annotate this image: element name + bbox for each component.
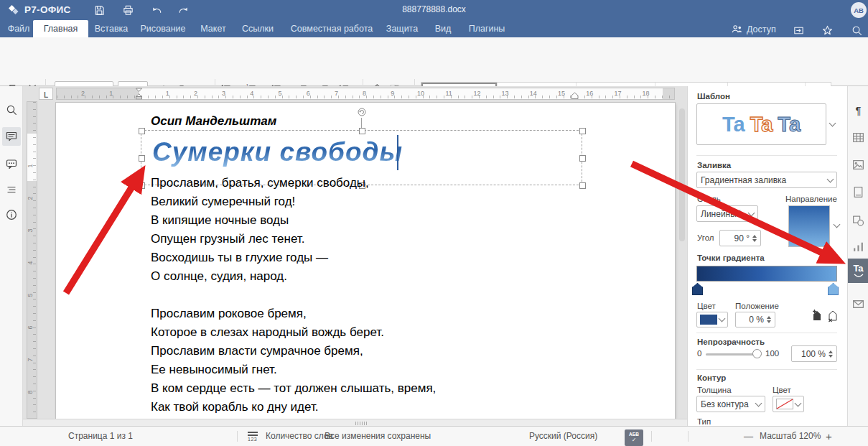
favorites-button[interactable]	[820, 23, 834, 37]
spellcheck-toggle[interactable]: АБВ ✓	[625, 429, 643, 446]
scrollbar-thumb[interactable]	[679, 108, 685, 241]
selection-handle-nw[interactable]	[139, 128, 145, 134]
selection-handle-n[interactable]	[359, 128, 365, 134]
open-file-location-button[interactable]	[791, 23, 806, 37]
text-line[interactable]: В кипящие ночные воды	[151, 211, 369, 230]
fill-type-select[interactable]: Градиентная заливка	[696, 172, 837, 188]
mailmerge-settings-button[interactable]	[848, 293, 868, 315]
outline-size-select[interactable]: Без контура	[696, 396, 765, 412]
remove-gradient-stop-button[interactable]	[827, 309, 839, 323]
textart-settings-panel: Шаблон Ta Ta Ta Заливка Градиентная зали…	[687, 86, 847, 426]
horizontal-ruler[interactable]: 12345678910111213141516171812	[56, 88, 675, 100]
table-settings-button[interactable]	[848, 126, 868, 148]
opacity-spinner[interactable]	[829, 350, 833, 358]
rotation-handle[interactable]	[357, 107, 367, 117]
tab-file[interactable]: Файл	[3, 20, 34, 37]
language-select[interactable]: Русский (Россия)	[529, 427, 597, 446]
find-button[interactable]	[2, 101, 21, 119]
tab-collaboration[interactable]: Совместная работа	[284, 20, 379, 37]
gradient-stop-right[interactable]	[828, 283, 839, 295]
gradient-bar[interactable]	[696, 266, 837, 282]
shape-settings-button[interactable]	[848, 210, 868, 231]
tab-draw[interactable]: Рисование	[134, 20, 192, 37]
document-title: 888778888.docx	[0, 4, 868, 14]
gradient-style-select[interactable]: Линейный	[696, 205, 758, 222]
image-settings-button[interactable]	[848, 154, 868, 175]
position-input[interactable]: 0 %	[735, 312, 775, 327]
selection-handle-sw[interactable]	[139, 182, 145, 189]
user-avatar[interactable]: AB	[851, 2, 867, 18]
tab-protection[interactable]: Защита	[381, 20, 424, 37]
search-button[interactable]	[849, 23, 864, 37]
navigation-button[interactable]	[2, 180, 21, 199]
gradient-direction-preview[interactable]	[788, 205, 830, 247]
gradient-stop-left[interactable]	[692, 283, 703, 295]
opacity-slider-handle[interactable]	[752, 349, 762, 358]
text-line[interactable]: Прославим, братья, сумерки свободы,	[151, 174, 369, 192]
chart-settings-button[interactable]	[848, 236, 868, 257]
right-indent-marker[interactable]	[571, 92, 579, 100]
tab-layout[interactable]: Макет	[192, 20, 234, 37]
vertical-ruler[interactable]: 12345678	[27, 101, 37, 419]
tab-view[interactable]: Вид	[426, 20, 459, 37]
chat-button[interactable]	[2, 154, 21, 173]
people-icon	[731, 23, 743, 35]
outline-label: Контур	[697, 373, 726, 382]
tab-insert[interactable]: Вставка	[88, 20, 134, 37]
angle-input[interactable]: 90 °	[719, 230, 761, 246]
text-line[interactable]: Восходишь ты в глухие годы —	[151, 248, 369, 267]
tab-plugins[interactable]: Плагины	[461, 20, 513, 37]
opacity-slider[interactable]	[706, 353, 757, 356]
selection-handle-w[interactable]	[139, 155, 145, 162]
ruler-ticks	[33, 102, 36, 418]
first-line-indent-marker[interactable]	[135, 88, 143, 100]
page-counter[interactable]: Страница 1 из 1	[68, 427, 133, 446]
zoom-out-button[interactable]: —	[744, 427, 753, 446]
angle-value: 90 °	[734, 233, 750, 243]
menu-tab-bar: Файл Главная Вставка Рисование Макет Ссы…	[0, 20, 868, 37]
scroll-grip[interactable]	[355, 422, 368, 425]
spell-label: АБВ	[629, 432, 639, 437]
text-line[interactable]: В ком сердце есть — тот должен слышать, …	[151, 379, 436, 398]
about-button[interactable]	[2, 205, 21, 224]
tab-references[interactable]: Ссылки	[235, 20, 280, 37]
tab-home[interactable]: Главная	[33, 20, 88, 37]
template-expand-chevron[interactable]	[829, 120, 836, 127]
word-count-icon[interactable]: 123	[248, 430, 261, 443]
stanza-2[interactable]: Прославим роковое бремя, Которое в слеза…	[151, 305, 436, 417]
outline-color-select[interactable]	[773, 396, 804, 412]
ruler-number: 4	[27, 261, 34, 264]
text-line[interactable]: О солнце, судия, народ.	[151, 267, 369, 286]
text-line[interactable]: Которое в слезах народный вождь берет.	[151, 323, 436, 342]
direction-expand-chevron[interactable]	[834, 221, 841, 228]
text-line[interactable]: Прославим власти сумрачное бремя,	[151, 342, 436, 361]
add-gradient-stop-button[interactable]	[811, 309, 823, 323]
selection-handle-se[interactable]	[579, 182, 586, 189]
stop-color-select[interactable]	[696, 312, 728, 327]
ruler-number: 16	[586, 90, 593, 97]
template-gallery[interactable]: Ta Ta Ta	[696, 103, 826, 145]
headerfooter-settings-button[interactable]	[848, 181, 868, 203]
zoom-in-button[interactable]: +	[826, 427, 832, 446]
text-line[interactable]: Ее невыносимый гнет.	[151, 361, 436, 379]
paragraph-settings-button[interactable]: ¶	[848, 99, 868, 121]
text-line[interactable]: Как твой корабль ко дну идет.	[151, 398, 436, 417]
text-line[interactable]: Опущен грузный лес тенет.	[151, 230, 369, 248]
opacity-value: 100 %	[801, 349, 826, 359]
textart-settings-button[interactable]: Ta	[848, 259, 868, 283]
angle-label: Угол	[697, 233, 714, 242]
text-line[interactable]: Прославим роковое бремя,	[151, 305, 436, 323]
angle-spinner[interactable]	[752, 235, 757, 242]
comments-button[interactable]	[2, 127, 21, 146]
opacity-input[interactable]: 100 %	[791, 345, 837, 362]
text-line[interactable]: Великий сумеречный год!	[151, 192, 369, 211]
word-count-label[interactable]: Количество слов	[266, 427, 333, 446]
selection-handle-e[interactable]	[579, 155, 586, 162]
position-spinner[interactable]	[767, 316, 771, 323]
selection-handle-ne[interactable]	[579, 128, 586, 134]
stanza-1[interactable]: Прославим, братья, сумерки свободы, Вели…	[151, 174, 369, 286]
access-button[interactable]: Доступ	[731, 23, 776, 35]
tab-selector-box[interactable]: L	[39, 88, 53, 100]
vertical-scrollbar[interactable]	[678, 103, 686, 417]
author-line[interactable]: Осип Мандельштам	[151, 114, 276, 129]
